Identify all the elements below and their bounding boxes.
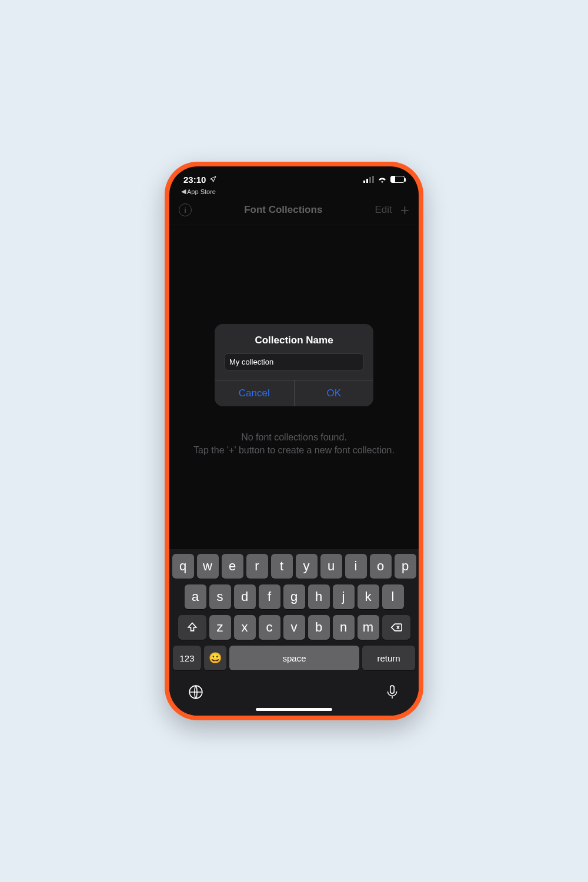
nav-title: Font Collections — [244, 204, 322, 216]
empty-line2: Tap the '+' button to create a new font … — [181, 444, 407, 457]
ok-button[interactable]: OK — [295, 380, 374, 406]
key-j[interactable]: j — [333, 584, 355, 609]
home-indicator[interactable] — [256, 708, 332, 711]
key-z[interactable]: z — [209, 615, 231, 640]
location-icon — [209, 176, 216, 183]
mic-icon[interactable] — [385, 684, 400, 700]
key-o[interactable]: o — [370, 554, 392, 579]
cancel-button[interactable]: Cancel — [215, 380, 295, 406]
backspace-key[interactable] — [382, 615, 410, 640]
phone-frame: 23:10 ◀ App Store i Font Collections Edi… — [165, 162, 423, 720]
svg-rect-1 — [366, 179, 368, 183]
key-f[interactable]: f — [259, 584, 280, 609]
keyboard: qwertyuiop asdfghjkl zxcvbnm 123 😀 space… — [169, 549, 419, 716]
return-key[interactable]: return — [362, 646, 415, 670]
key-h[interactable]: h — [308, 584, 330, 609]
svg-rect-3 — [372, 176, 374, 183]
battery-icon — [390, 176, 405, 183]
signal-icon — [363, 176, 374, 183]
status-time: 23:10 — [183, 175, 206, 185]
key-x[interactable]: x — [234, 615, 256, 640]
key-v[interactable]: v — [283, 615, 305, 640]
key-r[interactable]: r — [246, 554, 268, 579]
emoji-key[interactable]: 😀 — [204, 646, 226, 670]
empty-line1: No font collections found. — [181, 431, 407, 444]
svg-rect-5 — [390, 686, 395, 693]
collection-name-input[interactable] — [224, 353, 364, 370]
screen: 23:10 ◀ App Store i Font Collections Edi… — [169, 166, 419, 716]
info-icon[interactable]: i — [179, 203, 192, 216]
add-button[interactable]: + — [400, 202, 409, 218]
globe-icon[interactable] — [188, 684, 203, 700]
key-g[interactable]: g — [283, 584, 305, 609]
status-bar: 23:10 — [169, 166, 419, 188]
key-d[interactable]: d — [234, 584, 256, 609]
key-t[interactable]: t — [271, 554, 293, 579]
key-m[interactable]: m — [358, 615, 379, 640]
svg-rect-0 — [363, 181, 365, 183]
svg-rect-2 — [369, 177, 371, 183]
edit-button[interactable]: Edit — [375, 204, 392, 216]
key-y[interactable]: y — [296, 554, 318, 579]
nav-bar: i Font Collections Edit + — [169, 199, 419, 225]
key-i[interactable]: i — [345, 554, 367, 579]
key-s[interactable]: s — [209, 584, 231, 609]
key-a[interactable]: a — [185, 584, 206, 609]
key-u[interactable]: u — [320, 554, 342, 579]
alert-title: Collection Name — [215, 324, 373, 353]
empty-state: No font collections found. Tap the '+' b… — [169, 431, 419, 457]
key-e[interactable]: e — [222, 554, 243, 579]
key-w[interactable]: w — [197, 554, 219, 579]
back-to-app[interactable]: ◀ App Store — [169, 188, 419, 199]
key-c[interactable]: c — [259, 615, 280, 640]
collection-name-alert: Collection Name Cancel OK — [215, 324, 373, 406]
key-n[interactable]: n — [333, 615, 355, 640]
wifi-icon — [377, 176, 387, 183]
key-q[interactable]: q — [172, 554, 194, 579]
space-key[interactable]: space — [229, 646, 359, 670]
shift-key[interactable] — [178, 615, 206, 640]
back-app-label: App Store — [187, 188, 216, 195]
numbers-key[interactable]: 123 — [173, 646, 201, 670]
key-p[interactable]: p — [395, 554, 416, 579]
key-b[interactable]: b — [308, 615, 330, 640]
key-k[interactable]: k — [358, 584, 379, 609]
key-l[interactable]: l — [382, 584, 404, 609]
back-chevron-icon: ◀ — [181, 188, 186, 195]
